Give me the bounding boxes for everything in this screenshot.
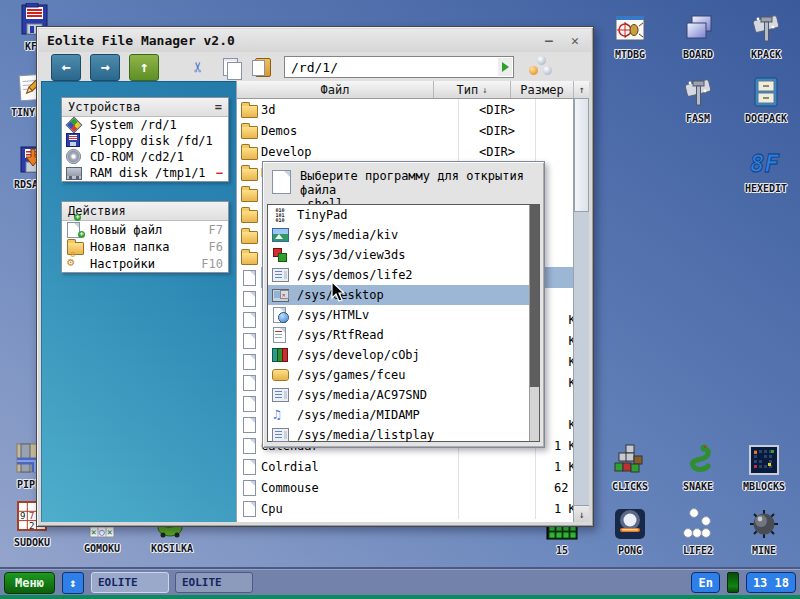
language-indicator[interactable]: En: [691, 572, 719, 593]
desktop-icon-mblocks[interactable]: MBLOCKS: [732, 442, 796, 492]
forward-button[interactable]: →: [90, 54, 120, 81]
desktop-icon-label: KOSILKA: [140, 543, 204, 554]
file-icon: [237, 333, 261, 349]
desktop-icon-board[interactable]: BOARD: [666, 10, 730, 60]
window-switch-button[interactable]: ↕: [62, 572, 84, 594]
desktop-icon-kpack[interactable]: KPACK: [734, 10, 798, 60]
mine-icon: [732, 506, 796, 542]
program-item[interactable]: /sys/media/kiv: [268, 225, 539, 245]
desktop-icon-clicks[interactable]: CLICKS: [598, 442, 662, 492]
led-icon: [537, 56, 546, 65]
program-item[interactable]: /sys/3d/view3ds: [268, 245, 539, 265]
svg-text:8F: 8F: [750, 150, 779, 178]
scissors-icon: ✂: [186, 61, 208, 72]
desktop-icon-label: KPACK: [734, 49, 798, 60]
device-item[interactable]: CD-ROM /cd2/1: [62, 149, 228, 165]
cdrom-icon: [67, 150, 83, 164]
task-button[interactable]: EOLITE: [175, 572, 253, 593]
program-item[interactable]: /sys/games/fceu: [268, 365, 539, 385]
desktop-icon-snake[interactable]: SNAKE: [666, 442, 730, 492]
action-item[interactable]: ⚙⚙НастройкиF10: [62, 255, 228, 272]
desktop-icon-fasm[interactable]: FASM: [666, 74, 730, 124]
table-row[interactable]: Develop<DIR>: [237, 141, 589, 162]
yellowpad-icon: [273, 367, 289, 383]
desktop-icon-label: MINE: [732, 545, 796, 556]
minimize-button[interactable]: —: [541, 33, 557, 49]
path-input[interactable]: /rd/1/: [284, 56, 514, 78]
cpu-indicator[interactable]: [727, 572, 739, 593]
eject-icon[interactable]: −: [216, 166, 223, 180]
up-button[interactable]: ↑: [129, 54, 159, 81]
desktop-icon-mtdbg[interactable]: MTDBG: [598, 10, 662, 60]
scrollbar[interactable]: ↓: [573, 98, 589, 522]
desktop-icon-hexedit[interactable]: 8FHEXEDIT: [734, 144, 798, 194]
program-item[interactable]: /sys/demos/life2: [268, 265, 539, 285]
back-button[interactable]: ←: [51, 54, 81, 81]
file-icon: [237, 438, 261, 454]
file-type: [458, 498, 535, 519]
menu-button[interactable]: Меню: [4, 572, 55, 594]
desktop-icon-life2[interactable]: LIFE2: [666, 506, 730, 556]
program-item[interactable]: /sys/HTMLv: [268, 305, 539, 325]
cut-button[interactable]: ✂: [185, 54, 209, 80]
program-item[interactable]: /sys/media/AC97SND: [268, 385, 539, 405]
board-icon: [666, 10, 730, 46]
file-icon: [237, 312, 261, 328]
table-row[interactable]: Commouse62 b: [237, 477, 589, 498]
desktop-icon-label: DOCPACK: [734, 113, 798, 124]
file-name: Commouse: [261, 477, 458, 498]
desktop-icon-pong[interactable]: PONG: [598, 506, 662, 556]
window-controls: — ✕: [541, 33, 583, 49]
actions-panel-header[interactable]: Действия: [62, 202, 228, 221]
kpack-icon: [734, 10, 798, 46]
dialog-message-line1: Выберите программу для открытия файла: [300, 169, 524, 197]
action-item[interactable]: +Новый файлF7: [62, 221, 228, 238]
program-item[interactable]: /sys/develop/cObj: [268, 345, 539, 365]
folder-icon: [237, 207, 261, 223]
table-row[interactable]: 3d<DIR>: [237, 99, 589, 120]
table-row[interactable]: Colrdial1 Kb: [237, 456, 589, 477]
dialog-scrollbar[interactable]: [529, 205, 539, 441]
open-with-dialog: Выберите программу для открытия файла .s…: [262, 161, 545, 448]
clock[interactable]: 13 18: [746, 572, 796, 593]
floppy-icon: [67, 134, 83, 148]
desktop-icon-mine[interactable]: MINE: [732, 506, 796, 556]
task-button[interactable]: EOLITE: [91, 572, 169, 593]
paste-button[interactable]: [251, 54, 275, 80]
scrollbar-thumb[interactable]: [574, 98, 589, 212]
collapse-icon[interactable]: =: [215, 100, 222, 114]
program-item[interactable]: 010101010TinyPad: [268, 205, 539, 225]
close-button[interactable]: ✕: [567, 33, 583, 49]
device-item[interactable]: Floppy disk /fd/1: [62, 133, 228, 149]
program-item[interactable]: ✕/sys/desktop: [268, 285, 539, 305]
window-title: Eolite File Manager v2.0: [47, 33, 235, 48]
column-header-file[interactable]: Файл: [237, 81, 433, 98]
desktop-icon-docpack[interactable]: DOCPACK: [734, 74, 798, 124]
title-bar[interactable]: Eolite File Manager v2.0 — ✕: [39, 29, 591, 53]
file-icon: [237, 459, 261, 475]
copy-button[interactable]: [218, 54, 242, 80]
column-header-size[interactable]: Размер: [510, 81, 573, 98]
toolbar: ← → ↑ ✂ /rd/1/: [39, 52, 591, 82]
folder-icon: [237, 102, 261, 118]
desktop-icon-label: SNAKE: [666, 481, 730, 492]
dialog-scrollbar-thumb[interactable]: [530, 205, 539, 387]
program-item[interactable]: /sys/media/listplay: [268, 425, 539, 445]
device-item[interactable]: System /rd/1: [62, 117, 228, 133]
devices-panel: Устройства = System /rd/1Floppy disk /fd…: [61, 97, 229, 182]
action-item[interactable]: +Новая папкаF6: [62, 238, 228, 255]
device-item[interactable]: RAM disk /tmp1/1−: [62, 165, 228, 181]
program-item[interactable]: /sys/RtfRead: [268, 325, 539, 345]
table-row[interactable]: Demos<DIR>: [237, 120, 589, 141]
column-header-type[interactable]: Тип ↓: [433, 81, 510, 98]
go-button[interactable]: [498, 58, 512, 76]
mouse-cursor: [331, 281, 346, 304]
table-row[interactable]: Cpu1 Kb: [237, 498, 589, 519]
actions-list: +Новый файлF7+Новая папкаF6⚙⚙НастройкиF1…: [62, 221, 228, 272]
scroll-down-button[interactable]: ↓: [574, 505, 589, 522]
scroll-up-button[interactable]: ↑: [573, 81, 589, 98]
devices-panel-header[interactable]: Устройства =: [62, 98, 228, 117]
fkey-label: F10: [201, 257, 223, 271]
program-item[interactable]: ♫/sys/media/MIDAMP: [268, 405, 539, 425]
desktop-icon-label: 15: [530, 545, 594, 556]
